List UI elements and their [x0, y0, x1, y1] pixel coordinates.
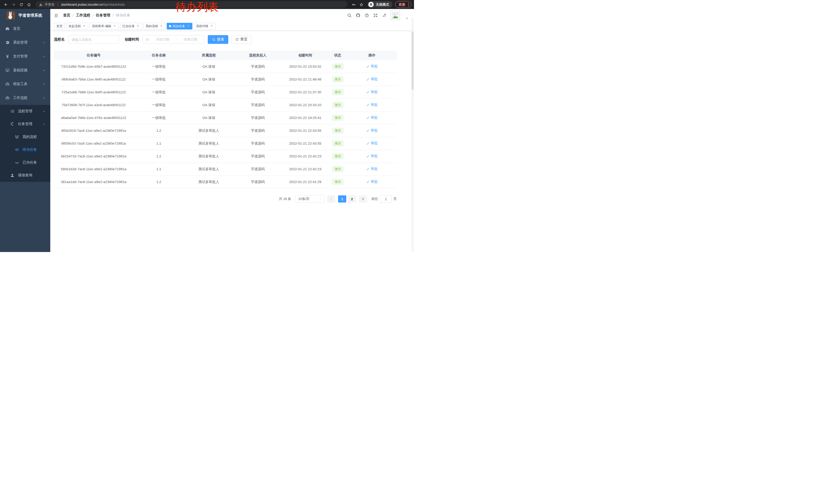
approve-link[interactable]: 审批 [366, 128, 378, 133]
sidebar-item-devtools[interactable]: 研发工具 [0, 77, 50, 91]
cell-process: 测试多审批人 [184, 124, 234, 137]
help-icon[interactable] [365, 13, 369, 18]
sidebar-item-todo-task[interactable]: 待办任务 [0, 143, 50, 156]
goto-suffix: 页 [394, 197, 397, 201]
kebab-menu-icon[interactable] [408, 2, 409, 7]
next-page-button[interactable] [359, 195, 367, 202]
sidebar-item-system[interactable]: 系统管理 [0, 36, 50, 49]
close-icon[interactable]: × [187, 25, 190, 28]
sidebar-item-home[interactable]: 首页 [0, 22, 50, 36]
approve-link[interactable]: 审批 [366, 90, 378, 94]
page-button-1[interactable]: 1 [338, 195, 346, 202]
tab-流程表单-编辑[interactable]: 流程表单-编辑× [89, 23, 119, 30]
avatar[interactable] [391, 11, 400, 20]
total-count: 共 16 条 [279, 197, 291, 201]
close-icon[interactable]: × [136, 25, 140, 28]
update-button[interactable]: 更新 [395, 1, 411, 8]
tab-待办任务[interactable]: 待办任务× [167, 23, 192, 30]
sidebar-item-process-mgmt[interactable]: 流程管理 [0, 105, 50, 118]
tags-view: 首页发起流程×流程表单-编辑×已办任务×我的流程×待办任务×流程详情× [50, 22, 414, 31]
approve-link[interactable]: 审批 [366, 102, 378, 107]
breadcrumb-item[interactable]: 任务管理 [96, 13, 110, 18]
github-icon[interactable] [356, 13, 360, 18]
sidebar-item-payment[interactable]: 支付管理 [0, 49, 50, 63]
close-icon[interactable]: × [113, 25, 117, 28]
end-date-placeholder: 结束日期 [180, 37, 201, 42]
security-label[interactable]: 不安全 [45, 2, 55, 7]
approve-link[interactable]: 审批 [366, 64, 378, 69]
status-badge: 激活 [332, 102, 343, 108]
cell-status: 激活 [328, 99, 347, 111]
close-icon[interactable]: × [210, 25, 213, 28]
font-size-icon[interactable] [382, 13, 386, 18]
forward-icon[interactable] [10, 1, 17, 8]
app-logo[interactable]: 芋道管理系统 [0, 9, 50, 22]
sidebar-item-infra[interactable]: 基础设施 [0, 63, 50, 77]
breadcrumb-item[interactable]: 首页 [63, 13, 70, 18]
page-button-2[interactable]: 2 [348, 195, 356, 202]
sidebar-item-leave-query[interactable]: 请假查询 [0, 169, 50, 182]
tab-我的流程[interactable]: 我的流程× [143, 23, 165, 30]
incognito-icon [368, 2, 374, 7]
sidebar-item-done-task[interactable]: 已办任务 [0, 156, 50, 169]
reload-icon[interactable] [18, 1, 25, 8]
edit-icon [366, 168, 370, 171]
cell-process: OA 请假 [184, 73, 234, 86]
breadcrumb: 首页/工作流程/任务管理/待办任务 [63, 13, 130, 18]
scrollbar-thumb[interactable] [412, 31, 413, 90]
star-icon[interactable] [358, 1, 365, 8]
cell-id: 73211d9d-7b9b-11ec-b5b7-acde48001122 [54, 60, 133, 73]
scrollbar[interactable] [411, 18, 414, 252]
approve-link[interactable]: 审批 [366, 77, 378, 82]
cell-name: 一级审批 [133, 73, 184, 86]
sidebar-item-task-mgmt[interactable]: 任务管理 [0, 118, 50, 131]
create-time-label: 创建时间 [125, 37, 139, 42]
tab-流程详情[interactable]: 流程详情× [194, 23, 216, 30]
cell-created: 2022-01-22 21:48:48 [282, 73, 328, 86]
cell-status: 激活 [328, 111, 347, 124]
status-badge: 激活 [332, 115, 343, 121]
robot-icon [15, 135, 19, 139]
close-icon[interactable]: × [160, 25, 163, 28]
sidebar-item-my-process[interactable]: 我的流程 [0, 131, 50, 143]
app-title: 芋道管理系统 [18, 13, 42, 18]
sidebar-item-workflow[interactable]: 工作流程 [0, 91, 50, 105]
active-dot [169, 25, 171, 27]
back-icon[interactable] [3, 1, 9, 8]
cell-status: 激活 [328, 163, 347, 176]
approve-link[interactable]: 审批 [366, 116, 378, 120]
url-bar[interactable]: 不安全 dashboard.yudao.iocoder.cn/bpm/task/… [35, 1, 347, 8]
approve-label: 审批 [371, 102, 378, 107]
sidebar-item-label: 工作流程 [13, 96, 28, 100]
search-icon[interactable] [347, 13, 352, 18]
task-table: 任务编号任务名称所属流程流程发起人创建时间状态操作 73211d9d-7b9b-… [54, 50, 397, 188]
page-size-select[interactable]: 10条/页 [295, 195, 325, 203]
approve-link[interactable]: 审批 [366, 141, 378, 146]
tab-label: 已办任务 [122, 24, 135, 29]
reset-button[interactable]: 重置 [232, 35, 251, 44]
search-button[interactable]: 搜索 [208, 35, 228, 44]
fullscreen-icon[interactable] [373, 13, 378, 18]
process-name-input[interactable] [68, 35, 119, 44]
tab-首页[interactable]: 首页 [54, 23, 65, 30]
sidebar-toggle-icon[interactable] [54, 13, 59, 18]
chevron-down-icon [43, 110, 46, 113]
date-range-input[interactable]: 开始日期 - 结束日期 [142, 35, 204, 44]
cell-status: 激活 [328, 176, 347, 188]
close-icon[interactable]: × [82, 25, 86, 28]
goto-page-input[interactable] [380, 195, 392, 203]
tab-发起流程[interactable]: 发起流程× [66, 23, 88, 30]
approve-link[interactable]: 审批 [366, 179, 378, 184]
approve-link[interactable]: 审批 [366, 154, 378, 158]
cell-status: 激活 [328, 150, 347, 163]
cell-process: OA 请假 [184, 99, 234, 111]
home-icon[interactable] [26, 1, 32, 8]
sidebar-item-label: 已办任务 [23, 160, 37, 165]
tab-已办任务[interactable]: 已办任务× [120, 23, 142, 30]
chevron-down-icon [43, 83, 46, 86]
avatar-caret-icon[interactable] [406, 17, 408, 20]
breadcrumb-item[interactable]: 工作流程 [76, 13, 90, 18]
prev-page-button[interactable] [327, 195, 335, 202]
key-icon[interactable] [350, 1, 357, 8]
approve-link[interactable]: 审批 [366, 167, 378, 171]
